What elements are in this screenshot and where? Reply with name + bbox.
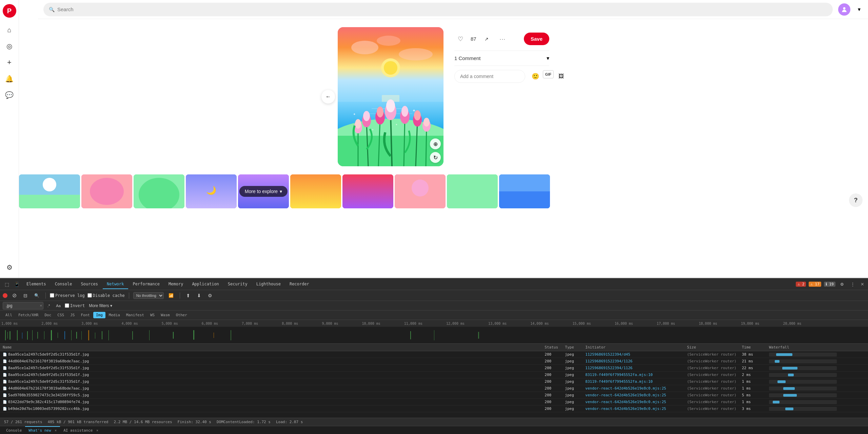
ft-media[interactable]: Media [106, 312, 123, 318]
more-filters-button[interactable]: More filters ▾ [87, 302, 114, 309]
ft-other[interactable]: Other [173, 312, 190, 318]
col-waterfall[interactable]: Waterfall [766, 344, 868, 351]
ft-manifest[interactable]: Manifest [123, 312, 147, 318]
emoji-button[interactable]: 🙂 [529, 70, 541, 82]
devtools-options-button[interactable]: ⋮ [849, 281, 857, 288]
ft-doc[interactable]: Doc [42, 312, 54, 318]
col-size[interactable]: Size [684, 344, 739, 351]
table-row[interactable]: 📄 8aa95ce1a2497c5de9f2d5c31f535d1f.jpg 2… [0, 365, 868, 372]
bottom-tab-ai[interactable]: AI assistance × [60, 426, 102, 434]
share-button[interactable]: ↗ [480, 33, 493, 45]
more-options-button[interactable]: ··· [497, 33, 509, 45]
import-button[interactable]: ⬆ [184, 292, 192, 299]
thumb-item-10[interactable] [499, 174, 550, 208]
close-ai[interactable]: × [96, 429, 98, 432]
user-avatar[interactable] [838, 3, 850, 16]
filter-input[interactable] [3, 302, 43, 309]
device-toolbar-button[interactable]: 📱 [12, 281, 22, 288]
tab-application[interactable]: Application [188, 280, 223, 289]
table-row[interactable]: 📄 8aa95ce1a2497c5de9f2d5c31f535d1f.jpg 2… [0, 372, 868, 378]
thumb-item-8[interactable] [395, 174, 446, 208]
add-comment-input[interactable] [454, 70, 525, 83]
save-button[interactable]: Save [524, 33, 549, 45]
ft-wasm[interactable]: Wasm [158, 312, 173, 318]
ft-css[interactable]: CSS [55, 312, 67, 318]
throttling-select[interactable]: No throttling Slow 3G Fast 3G [133, 292, 164, 299]
close-whats-new[interactable]: × [55, 429, 57, 432]
timeline[interactable]: 1,000 ms 2,000 ms 3,000 ms 4,000 ms 5,00… [0, 320, 868, 344]
filter-button[interactable]: ⊟ [21, 292, 29, 299]
thumb-item-2[interactable] [81, 174, 132, 208]
table-row[interactable]: 📄 8aa95ce1a2497c5de9f2d5c31f535d1f.jpg 2… [0, 351, 868, 358]
col-type[interactable]: Type [562, 344, 583, 351]
ft-fetch-xhr[interactable]: Fetch/XHR [16, 312, 41, 318]
network-table[interactable]: Name Status Type Initiator Size Time Wat… [0, 344, 868, 418]
search-input[interactable] [57, 6, 827, 12]
refresh-button[interactable]: ↻ [430, 152, 441, 163]
thumb-item-1[interactable] [19, 174, 80, 208]
thumb-item-9[interactable] [447, 174, 498, 208]
invert-input[interactable] [65, 303, 69, 308]
network-conditions-button[interactable]: 📶 [166, 292, 176, 299]
sidebar-item-home[interactable]: ⌂ [3, 23, 16, 37]
invert-checkbox[interactable]: Invert [65, 303, 85, 308]
sidebar-item-create[interactable]: + [3, 56, 16, 69]
close-devtools-button[interactable]: × [860, 281, 865, 287]
tab-elements[interactable]: Elements [22, 280, 50, 289]
tab-security[interactable]: Security [224, 280, 252, 289]
thumb-item-4[interactable]: 🌙 [186, 174, 237, 208]
help-button[interactable]: ? [849, 193, 863, 207]
more-to-explore-button[interactable]: More to explore ▾ [239, 186, 288, 197]
col-status[interactable]: Status [542, 344, 562, 351]
tab-network[interactable]: Network [103, 280, 128, 289]
tab-console[interactable]: Console [51, 280, 76, 289]
preserve-log-input[interactable] [50, 293, 54, 298]
thumb-item-7[interactable] [342, 174, 393, 208]
table-row[interactable]: 📄 03422dd79e9c382c415c17d00894fe74.jpg 2… [0, 399, 868, 405]
back-button[interactable]: ← [321, 90, 335, 103]
sidebar-item-notifications[interactable]: 🔔 [3, 72, 16, 86]
regex-button[interactable]: .* [45, 303, 52, 309]
ft-js[interactable]: JS [67, 312, 77, 318]
search-network-button[interactable]: 🔍 [32, 292, 41, 299]
case-sensitive-button[interactable]: Aa [54, 303, 62, 309]
tab-performance[interactable]: Performance [129, 280, 164, 289]
col-time[interactable]: Time [739, 344, 766, 351]
sidebar-item-settings[interactable]: ⚙ [3, 261, 16, 274]
inspect-element-button[interactable]: ⬚ [3, 281, 11, 288]
tab-lighthouse[interactable]: Lighthouse [252, 280, 285, 289]
avatar-dropdown[interactable]: ▾ [856, 6, 863, 13]
col-name[interactable]: Name [0, 344, 542, 351]
ft-font[interactable]: Font [78, 312, 93, 318]
record-button[interactable] [3, 293, 7, 298]
image-button[interactable]: 🖼 [555, 70, 567, 82]
table-row[interactable]: 📄 5ad9708b3559027473c3e34158ff59c5.jpg 2… [0, 392, 868, 399]
table-row[interactable]: 📄 44d8604e67b216170f3819a68bde7aac.jpg 2… [0, 358, 868, 365]
tab-recorder[interactable]: Recorder [285, 280, 313, 289]
bottom-tab-whats-new[interactable]: What's new × [25, 426, 60, 434]
ft-img[interactable]: Img [93, 312, 105, 318]
col-initiator[interactable]: Initiator [583, 344, 684, 351]
ft-ws[interactable]: WS [147, 312, 157, 318]
network-settings-button[interactable]: ⚙ [206, 292, 214, 299]
settings-button[interactable]: ⚙ [838, 281, 846, 288]
table-row[interactable]: 📄 b49de20d7bc10003ed57399202ccc46b.jpg 2… [0, 405, 868, 412]
like-button[interactable]: ♡ [454, 33, 467, 45]
tab-sources[interactable]: Sources [77, 280, 102, 289]
export-button[interactable]: ⬇ [195, 292, 203, 299]
gif-button[interactable]: GIF [543, 70, 554, 78]
sidebar-item-messages[interactable]: 💬 [3, 88, 16, 102]
tab-memory[interactable]: Memory [164, 280, 187, 289]
preserve-log-checkbox[interactable]: Preserve log [50, 293, 85, 298]
clear-button[interactable]: ⊘ [10, 291, 19, 300]
thumb-item-3[interactable] [134, 174, 184, 208]
table-row[interactable]: 📄 44d8604e67b216170f3819a68bde7aac.jpg 2… [0, 385, 868, 392]
ft-all[interactable]: All [3, 312, 15, 318]
table-row[interactable]: 📄 8aa95ce1a2497c5de9f2d5c31f535d1f.jpg 2… [0, 378, 868, 385]
disable-cache-checkbox[interactable]: Disable cache [87, 293, 125, 298]
pinterest-logo[interactable]: P [3, 4, 16, 18]
clear-filter-button[interactable]: × [40, 303, 42, 308]
thumb-item-5[interactable]: More to explore ▾ [238, 174, 289, 208]
sidebar-item-explore[interactable]: ◎ [3, 39, 16, 53]
bottom-tab-console[interactable]: Console [3, 426, 25, 434]
